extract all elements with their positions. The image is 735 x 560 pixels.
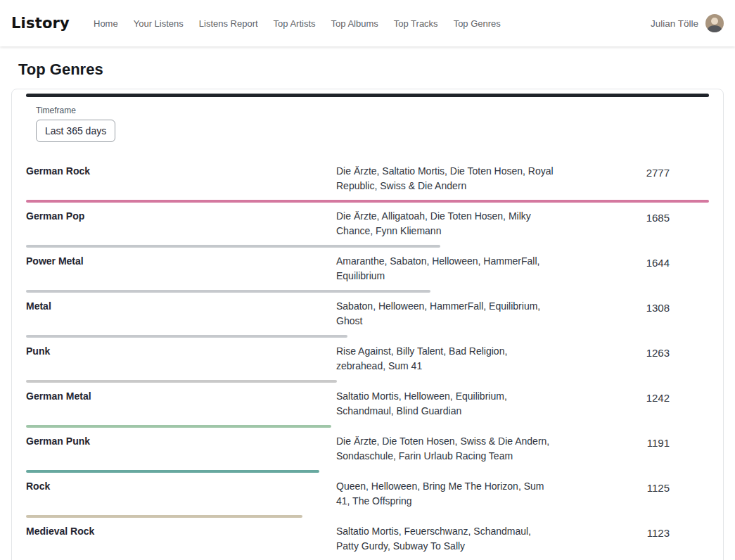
genre-name: Punk <box>26 344 336 357</box>
genre-artists: Sabaton, Helloween, HammerFall, Equilibr… <box>336 299 556 329</box>
genre-count: 2777 <box>556 164 709 179</box>
genre-name: Rock <box>26 479 336 492</box>
genre-name: German Punk <box>26 434 336 447</box>
genre-artists: Saltatio Mortis, Helloween, Equilibrium,… <box>336 389 556 419</box>
page-title: Top Genres <box>18 61 735 79</box>
nav-item-top-tracks[interactable]: Top Tracks <box>394 18 438 29</box>
genre-count: 1125 <box>556 479 709 494</box>
genre-count: 1644 <box>556 254 709 269</box>
nav-item-top-albums[interactable]: Top Albums <box>331 18 378 29</box>
genre-row: German Pop Die Ärzte, Alligatoah, Die To… <box>26 203 709 248</box>
genre-count: 1242 <box>556 389 709 404</box>
genre-name: Power Metal <box>26 254 336 267</box>
genre-name: German Metal <box>26 389 336 402</box>
genre-artists: Queen, Helloween, Bring Me The Horizon, … <box>336 479 556 509</box>
genre-row: Medieval Rock Saltatio Mortis, Feuerschw… <box>26 518 709 560</box>
genre-count: 1191 <box>556 434 709 449</box>
genre-name: Medieval Rock <box>26 524 336 537</box>
genre-artists: Saltatio Mortis, Feuerschwanz, Schandmau… <box>336 524 556 554</box>
nav-item-top-genres[interactable]: Top Genres <box>454 18 501 29</box>
genre-row: German Rock Die Ärzte, Saltatio Mortis, … <box>26 158 709 203</box>
genre-table: German Rock Die Ärzte, Saltatio Mortis, … <box>26 158 709 560</box>
top-nav-bar: Listory Home Your Listens Listens Report… <box>0 0 735 46</box>
genre-row: Metal Sabaton, Helloween, HammerFall, Eq… <box>26 293 709 338</box>
nav-item-home[interactable]: Home <box>94 18 118 29</box>
nav-item-your-listens[interactable]: Your Listens <box>134 18 184 29</box>
user-avatar[interactable] <box>705 14 724 32</box>
main-nav: Home Your Listens Listens Report Top Art… <box>94 18 651 29</box>
genre-count: 1123 <box>556 524 709 539</box>
genre-count: 1308 <box>556 299 709 314</box>
nav-item-listens-report[interactable]: Listens Report <box>199 18 258 29</box>
genre-row: Punk Rise Against, Billy Talent, Bad Rel… <box>26 338 709 383</box>
timeframe-label: Timeframe <box>36 106 709 115</box>
genre-row: German Punk Die Ärzte, Die Toten Hosen, … <box>26 428 709 473</box>
genre-artists: Amaranthe, Sabaton, Helloween, HammerFal… <box>336 254 556 284</box>
genre-artists: Rise Against, Billy Talent, Bad Religion… <box>336 344 556 374</box>
horizontal-scrollbar[interactable] <box>26 94 709 97</box>
genre-row: German Metal Saltatio Mortis, Helloween,… <box>26 383 709 428</box>
timeframe-select[interactable]: Last 365 days <box>36 120 115 142</box>
user-name: Julian Tölle <box>651 18 698 29</box>
genre-row: Rock Queen, Helloween, Bring Me The Hori… <box>26 473 709 518</box>
genre-name: German Rock <box>26 164 336 177</box>
genre-artists: Die Ärzte, Alligatoah, Die Toten Hosen, … <box>336 209 556 238</box>
genre-artists: Die Ärzte, Die Toten Hosen, Swiss & Die … <box>336 434 556 464</box>
genre-count: 1263 <box>556 344 709 359</box>
top-genres-card: Timeframe Last 365 days German Rock Die … <box>11 89 724 560</box>
nav-item-top-artists[interactable]: Top Artists <box>274 18 316 29</box>
genre-artists: Die Ärzte, Saltatio Mortis, Die Toten Ho… <box>336 164 556 193</box>
user-menu[interactable]: Julian Tölle <box>651 14 724 32</box>
genre-name: Metal <box>26 299 336 312</box>
genre-row: Power Metal Amaranthe, Sabaton, Hellowee… <box>26 248 709 293</box>
brand-logo[interactable]: Listory <box>11 15 70 32</box>
genre-count: 1685 <box>556 209 709 224</box>
genre-name: German Pop <box>26 209 336 222</box>
